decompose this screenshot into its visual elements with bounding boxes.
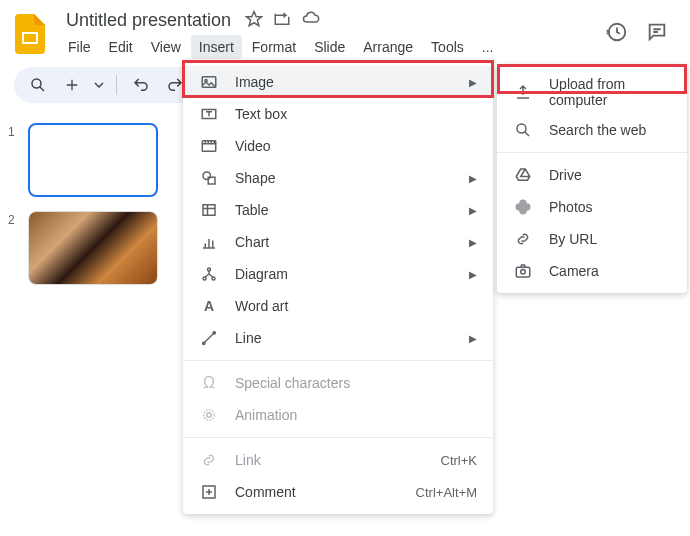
- insert-dropdown: Image ▶ Text box Video Shape ▶ Table ▶ C…: [183, 60, 493, 514]
- menu-format[interactable]: Format: [244, 35, 304, 59]
- menu-label: Chart: [235, 234, 453, 250]
- insert-link: Link Ctrl+K: [183, 444, 493, 476]
- slide-number: 1: [8, 123, 20, 197]
- menu-tools[interactable]: Tools: [423, 35, 472, 59]
- insert-line[interactable]: Line ▶: [183, 322, 493, 354]
- menu-label: Word art: [235, 298, 477, 314]
- insert-special-chars: Ω Special characters: [183, 367, 493, 399]
- video-icon: [199, 136, 219, 156]
- slide-preview[interactable]: [28, 211, 158, 285]
- svg-point-8: [203, 172, 211, 180]
- search-the-web[interactable]: Search the web: [497, 114, 687, 146]
- menu-divider: [183, 437, 493, 438]
- line-icon: [199, 328, 219, 348]
- insert-wordart[interactable]: A Word art: [183, 290, 493, 322]
- svg-point-14: [203, 342, 205, 344]
- link-icon: [199, 450, 219, 470]
- svg-point-21: [521, 270, 526, 275]
- insert-diagram[interactable]: Diagram ▶: [183, 258, 493, 290]
- menu-more[interactable]: ...: [474, 35, 502, 59]
- from-photos[interactable]: Photos: [497, 191, 687, 223]
- header-content: Untitled presentation File Edit View Ins…: [60, 8, 594, 59]
- image-icon: [199, 72, 219, 92]
- insert-comment[interactable]: Comment Ctrl+Alt+M: [183, 476, 493, 508]
- header: Untitled presentation File Edit View Ins…: [0, 0, 690, 59]
- submenu-arrow-icon: ▶: [469, 237, 477, 248]
- slide-number: 2: [8, 211, 20, 285]
- slide-preview[interactable]: [28, 123, 158, 197]
- search-icon: [513, 120, 533, 140]
- menu-label: Video: [235, 138, 477, 154]
- menu-divider: [497, 152, 687, 153]
- menu-edit[interactable]: Edit: [101, 35, 141, 59]
- menu-label: Shape: [235, 170, 453, 186]
- insert-textbox[interactable]: Text box: [183, 98, 493, 130]
- insert-animation: Animation: [183, 399, 493, 431]
- svg-rect-1: [24, 34, 36, 42]
- svg-point-11: [208, 268, 211, 271]
- wordart-icon: A: [199, 296, 219, 316]
- insert-image[interactable]: Image ▶: [183, 66, 493, 98]
- submenu-arrow-icon: ▶: [469, 77, 477, 88]
- menu-bar: File Edit View Insert Format Slide Arran…: [60, 35, 594, 59]
- menu-file[interactable]: File: [60, 35, 99, 59]
- menu-view[interactable]: View: [143, 35, 189, 59]
- shortcut: Ctrl+K: [441, 453, 477, 468]
- shape-icon: [199, 168, 219, 188]
- menu-label: Line: [235, 330, 453, 346]
- upload-from-computer[interactable]: Upload from computer: [497, 70, 687, 114]
- slides-logo[interactable]: [12, 16, 48, 52]
- menu-label: Special characters: [235, 375, 477, 391]
- menu-label: Image: [235, 74, 453, 90]
- image-submenu: Upload from computer Search the web Driv…: [497, 64, 687, 293]
- url-icon: [513, 229, 533, 249]
- move-icon[interactable]: [273, 10, 291, 32]
- undo-icon[interactable]: [127, 71, 155, 99]
- menu-label: Camera: [549, 263, 671, 279]
- from-camera[interactable]: Camera: [497, 255, 687, 287]
- cloud-icon[interactable]: [301, 10, 321, 32]
- menu-label: Drive: [549, 167, 671, 183]
- textbox-icon: [199, 104, 219, 124]
- submenu-arrow-icon: ▶: [469, 333, 477, 344]
- menu-insert[interactable]: Insert: [191, 35, 242, 59]
- special-chars-icon: Ω: [199, 373, 219, 393]
- insert-shape[interactable]: Shape ▶: [183, 162, 493, 194]
- document-title[interactable]: Untitled presentation: [60, 8, 237, 33]
- drive-icon: [513, 165, 533, 185]
- photos-icon: [513, 197, 533, 217]
- insert-chart[interactable]: Chart ▶: [183, 226, 493, 258]
- new-slide-dropdown-icon[interactable]: [92, 71, 106, 99]
- submenu-arrow-icon: ▶: [469, 173, 477, 184]
- menu-label: Photos: [549, 199, 671, 215]
- submenu-arrow-icon: ▶: [469, 205, 477, 216]
- menu-label: Text box: [235, 106, 477, 122]
- submenu-arrow-icon: ▶: [469, 269, 477, 280]
- upload-icon: [513, 82, 533, 102]
- history-icon[interactable]: [606, 21, 628, 47]
- from-drive[interactable]: Drive: [497, 159, 687, 191]
- menu-label: Comment: [235, 484, 400, 500]
- comments-icon[interactable]: [646, 21, 668, 47]
- menu-label: Link: [235, 452, 425, 468]
- menu-slide[interactable]: Slide: [306, 35, 353, 59]
- by-url[interactable]: By URL: [497, 223, 687, 255]
- menu-arrange[interactable]: Arrange: [355, 35, 421, 59]
- svg-point-16: [207, 413, 212, 418]
- star-icon[interactable]: [245, 10, 263, 32]
- slide-thumbnail[interactable]: 2: [8, 211, 170, 285]
- new-slide-icon[interactable]: [58, 71, 86, 99]
- menu-label: Animation: [235, 407, 477, 423]
- menu-divider: [183, 360, 493, 361]
- menu-label: Table: [235, 202, 453, 218]
- insert-video[interactable]: Video: [183, 130, 493, 162]
- search-tool-icon[interactable]: [24, 71, 52, 99]
- shortcut: Ctrl+Alt+M: [416, 485, 477, 500]
- slides-panel: 1 2: [0, 111, 178, 311]
- slide-thumbnail[interactable]: 1: [8, 123, 170, 197]
- insert-table[interactable]: Table ▶: [183, 194, 493, 226]
- svg-point-15: [213, 332, 215, 334]
- animation-icon: [199, 405, 219, 425]
- svg-point-17: [204, 410, 215, 421]
- table-icon: [199, 200, 219, 220]
